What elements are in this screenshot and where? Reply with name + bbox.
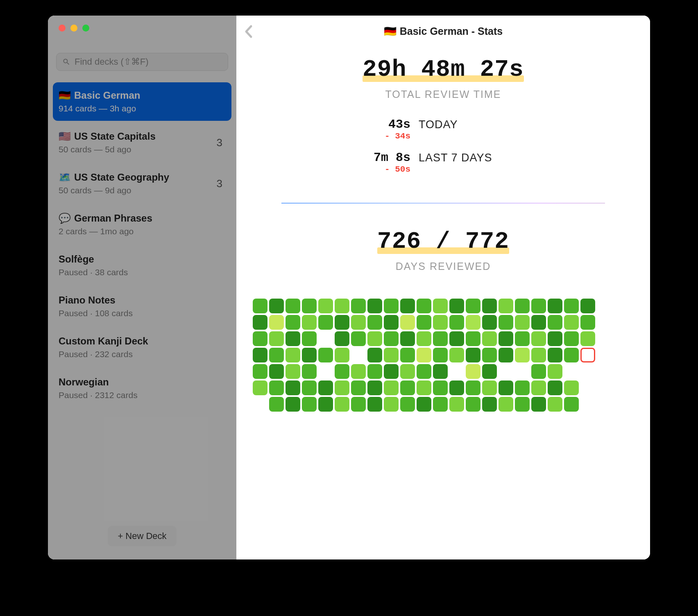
minimize-window-button[interactable]	[70, 25, 77, 32]
heatmap-cell[interactable]	[302, 364, 317, 379]
heatmap-cell[interactable]	[417, 348, 431, 362]
heatmap-cell[interactable]	[548, 331, 562, 346]
heatmap-cell[interactable]	[302, 348, 317, 362]
heatmap-cell[interactable]	[531, 348, 546, 362]
heatmap-cell[interactable]	[449, 397, 464, 412]
heatmap-cell[interactable]	[466, 380, 480, 395]
heatmap-cell[interactable]	[351, 364, 366, 379]
heatmap-cell[interactable]	[580, 315, 595, 330]
heatmap-cell[interactable]	[548, 380, 562, 395]
heatmap-cell[interactable]	[253, 380, 267, 395]
heatmap-cell[interactable]	[482, 380, 497, 395]
heatmap-cell[interactable]	[335, 397, 349, 412]
heatmap-cell[interactable]	[548, 397, 562, 412]
new-deck-button[interactable]: + New Deck	[108, 526, 176, 546]
heatmap-cell[interactable]	[482, 315, 497, 330]
heatmap-cell[interactable]	[449, 315, 464, 330]
heatmap-cell[interactable]	[417, 397, 431, 412]
heatmap-cell[interactable]	[449, 299, 464, 313]
heatmap-cell[interactable]	[466, 299, 480, 313]
heatmap-cell[interactable]	[253, 364, 267, 379]
heatmap-cell[interactable]	[515, 380, 530, 395]
heatmap-cell[interactable]	[269, 380, 284, 395]
heatmap-cell[interactable]	[433, 331, 448, 346]
heatmap-cell[interactable]	[580, 397, 595, 412]
heatmap-cell[interactable]	[564, 348, 579, 362]
heatmap-cell[interactable]	[302, 397, 317, 412]
heatmap-cell[interactable]	[384, 397, 399, 412]
heatmap-cell[interactable]	[531, 397, 546, 412]
heatmap-cell[interactable]	[548, 348, 562, 362]
heatmap-cell[interactable]	[335, 348, 349, 362]
heatmap-cell[interactable]	[417, 380, 431, 395]
heatmap-cell[interactable]	[531, 331, 546, 346]
heatmap-cell[interactable]	[335, 364, 349, 379]
heatmap-cell[interactable]	[302, 331, 317, 346]
heatmap-cell[interactable]	[367, 299, 382, 313]
heatmap-cell[interactable]	[318, 397, 333, 412]
heatmap-cell[interactable]	[286, 299, 300, 313]
heatmap-cell[interactable]	[433, 397, 448, 412]
heatmap-cell[interactable]	[351, 397, 366, 412]
deck-item[interactable]: 💬German Phrases2 cards — 1mo ago	[53, 205, 231, 244]
heatmap-cell[interactable]	[351, 331, 366, 346]
heatmap-cell[interactable]	[449, 380, 464, 395]
heatmap-cell[interactable]	[286, 331, 300, 346]
heatmap-cell[interactable]	[482, 331, 497, 346]
heatmap-cell[interactable]	[433, 348, 448, 362]
heatmap-cell[interactable]	[531, 299, 546, 313]
heatmap-cell[interactable]	[466, 315, 480, 330]
heatmap-cell[interactable]	[367, 364, 382, 379]
heatmap-cell[interactable]	[548, 364, 562, 379]
heatmap-cell[interactable]	[515, 364, 530, 379]
heatmap-cell[interactable]	[286, 380, 300, 395]
heatmap-cell[interactable]	[564, 364, 579, 379]
heatmap-cell[interactable]	[564, 315, 579, 330]
heatmap-cell[interactable]	[449, 331, 464, 346]
heatmap-cell[interactable]	[384, 364, 399, 379]
heatmap-cell[interactable]	[302, 380, 317, 395]
heatmap-cell[interactable]	[286, 364, 300, 379]
heatmap-cell[interactable]	[482, 364, 497, 379]
heatmap-cell[interactable]	[400, 397, 415, 412]
heatmap-cell[interactable]	[367, 348, 382, 362]
back-button[interactable]	[243, 25, 254, 40]
heatmap-cell[interactable]	[499, 331, 513, 346]
deck-item[interactable]: Custom Kanji DeckPaused · 232 cards	[53, 328, 231, 367]
heatmap-cell[interactable]	[253, 299, 267, 313]
heatmap-cell[interactable]	[531, 315, 546, 330]
heatmap-cell[interactable]	[367, 331, 382, 346]
heatmap-cell[interactable]	[269, 315, 284, 330]
heatmap-cell[interactable]	[580, 299, 595, 313]
deck-item[interactable]: SolfègePaused · 38 cards	[53, 246, 231, 285]
heatmap-cell[interactable]	[367, 397, 382, 412]
heatmap-cell[interactable]	[367, 315, 382, 330]
heatmap-cell[interactable]	[384, 380, 399, 395]
heatmap-cell[interactable]	[499, 315, 513, 330]
deck-item[interactable]: Piano NotesPaused · 108 cards	[53, 287, 231, 326]
heatmap-cell[interactable]	[318, 315, 333, 330]
heatmap-cell[interactable]	[449, 364, 464, 379]
heatmap-cell[interactable]	[580, 380, 595, 395]
heatmap-cell[interactable]	[335, 380, 349, 395]
heatmap-cell[interactable]	[367, 380, 382, 395]
heatmap-cell[interactable]	[400, 331, 415, 346]
heatmap-cell[interactable]	[564, 331, 579, 346]
heatmap-cell[interactable]	[253, 315, 267, 330]
heatmap-cell[interactable]	[302, 315, 317, 330]
heatmap-cell[interactable]	[564, 397, 579, 412]
deck-item[interactable]: 🗺️US State Geography50 cards — 9d ago3	[53, 164, 231, 203]
heatmap-cell[interactable]	[515, 348, 530, 362]
heatmap-cell[interactable]	[482, 348, 497, 362]
heatmap-cell[interactable]	[499, 364, 513, 379]
heatmap-cell[interactable]	[253, 331, 267, 346]
heatmap-cell[interactable]	[466, 364, 480, 379]
deck-item[interactable]: 🇩🇪Basic German914 cards — 3h ago	[53, 82, 231, 121]
heatmap-cell[interactable]	[580, 364, 595, 379]
heatmap-cell[interactable]	[449, 348, 464, 362]
heatmap-cell[interactable]	[433, 315, 448, 330]
heatmap-cell[interactable]	[417, 364, 431, 379]
heatmap-cell[interactable]	[400, 364, 415, 379]
heatmap-cell[interactable]	[499, 380, 513, 395]
heatmap-cell[interactable]	[531, 380, 546, 395]
